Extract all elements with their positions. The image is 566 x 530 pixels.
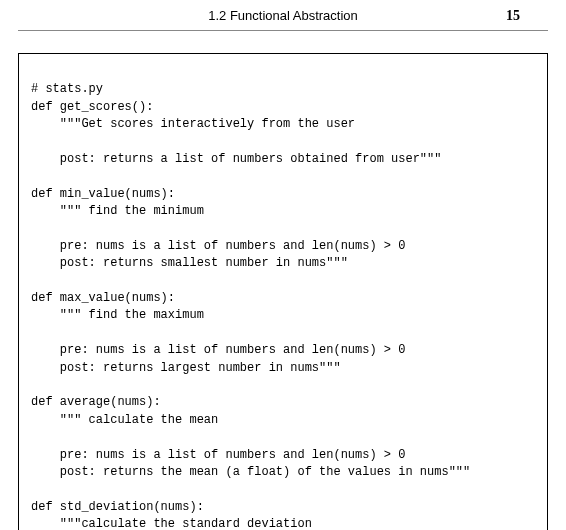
code-line: pre: nums is a list of numbers and len(n… [31,239,405,253]
code-line: post: returns smallest number in nums""" [31,256,348,270]
code-line: def min_value(nums): [31,187,175,201]
code-line: pre: nums is a list of numbers and len(n… [31,448,405,462]
page-number: 15 [490,8,520,24]
code-line: post: returns largest number in nums""" [31,361,341,375]
code-line: """calculate the standard deviation [31,517,312,530]
code-listing: # stats.py def get_scores(): """Get scor… [18,53,548,530]
code-line: post: returns a list of numbers obtained… [31,152,441,166]
code-line: def std_deviation(nums): [31,500,204,514]
page-header: 1.2 Functional Abstraction 15 [18,0,548,31]
code-line: """ find the minimum [31,204,204,218]
code-line: """Get scores interactively from the use… [31,117,355,131]
code-line: post: returns the mean (a float) of the … [31,465,470,479]
code-line: """ find the maximum [31,308,204,322]
code-line: pre: nums is a list of numbers and len(n… [31,343,405,357]
code-line: # stats.py [31,82,103,96]
code-line: def get_scores(): [31,100,153,114]
section-title: 1.2 Functional Abstraction [46,8,490,23]
code-line: def max_value(nums): [31,291,175,305]
code-line: def average(nums): [31,395,161,409]
code-line: """ calculate the mean [31,413,218,427]
